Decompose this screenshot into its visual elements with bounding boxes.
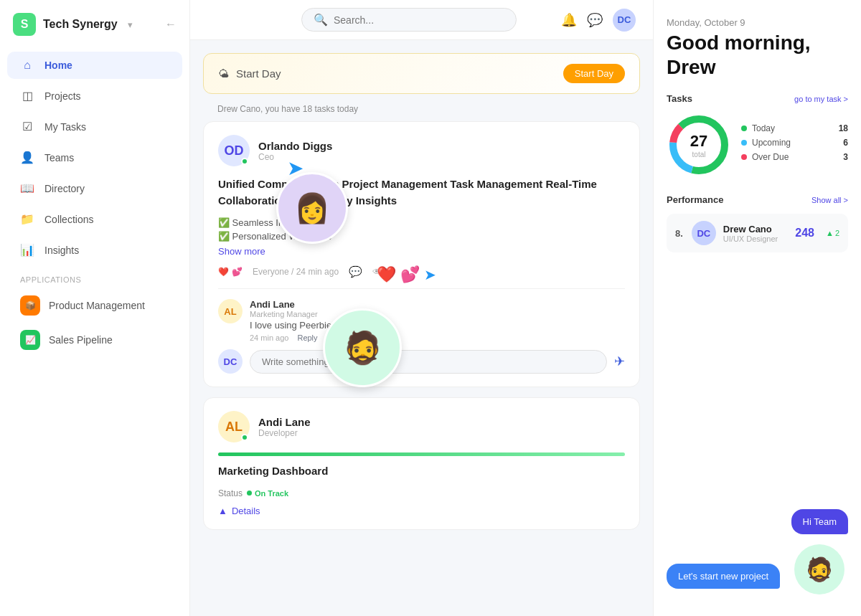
app-product-management-label: Product Management <box>49 300 145 311</box>
post-reactions-1: ❤️ 💕 <box>218 267 243 277</box>
legend-label-today: Today <box>752 123 834 133</box>
directory-icon: 📖 <box>20 181 34 195</box>
back-arrow-icon[interactable]: ← <box>165 18 177 31</box>
app-item-sales-pipeline[interactable]: 📈 Sales Pipeline <box>7 324 182 356</box>
details-row[interactable]: ▲ Details <box>218 506 625 516</box>
status-label: Status <box>218 488 243 498</box>
post-author-name-2: Andi Lane <box>258 416 311 428</box>
comment-input[interactable] <box>250 350 607 374</box>
sidebar-item-insights-label: Insights <box>44 245 79 256</box>
legend-label-upcoming: Upcoming <box>752 138 838 148</box>
sidebar-item-my-tasks[interactable]: ☑ My Tasks <box>7 113 182 141</box>
main-wrapper: 👩 🧔 ➤ ❤️ 💕 ➤ 🔍 🔔 💬 DC <box>190 0 861 616</box>
donut-area: 27 total Today 18 Upcoming 6 Over Due <box>667 113 848 177</box>
chat-user-face: 🧔 <box>794 544 844 594</box>
tasks-widget-header: Tasks go to my task > <box>667 93 848 104</box>
current-user-avatar: DC <box>218 349 243 374</box>
user-avatar[interactable]: DC <box>613 9 636 32</box>
product-management-icon: 📦 <box>20 295 40 316</box>
sidebar-item-projects-label: Projects <box>44 90 81 102</box>
collections-icon: 📁 <box>20 212 34 226</box>
greeting-text: Good morning, Drew <box>667 31 848 79</box>
legend-dot-overdue <box>741 154 747 160</box>
legend-item-today: Today 18 <box>741 123 848 133</box>
hearts-emoji: 💕 <box>400 265 420 283</box>
search-box[interactable]: 🔍 <box>301 8 517 32</box>
comment-icon[interactable]: 💬 <box>349 265 362 278</box>
notification-icon[interactable]: 🔔 <box>561 12 577 28</box>
sidebar-item-projects[interactable]: ◫ Projects <box>7 82 182 110</box>
start-day-button[interactable]: Start Day <box>563 64 625 83</box>
reaction-hearts: 💕 <box>232 267 243 277</box>
progress-bar-2 <box>218 452 625 456</box>
donut-total: 27 <box>690 132 707 151</box>
post-author-role-2: Developer <box>258 428 311 438</box>
chat-area: Hi Team Let's start new project 🧔 <box>667 495 848 599</box>
performance-title: Performance <box>667 194 723 205</box>
post-card-1: OD Orlando Diggs Ceo Unified Communicati… <box>203 121 640 387</box>
post-avatar-2: AL <box>218 411 250 442</box>
insights-icon: 📊 <box>20 243 34 257</box>
chat-row-1: Hi Team <box>667 509 848 540</box>
sidebar-item-home-label: Home <box>44 60 72 71</box>
sidebar-item-teams[interactable]: 👤 Teams <box>7 143 182 171</box>
donut-center: 27 total <box>690 132 707 158</box>
donut-sub-label: total <box>690 151 707 158</box>
details-label: Details <box>232 506 260 516</box>
go-to-task-link[interactable]: go to my task > <box>794 95 848 103</box>
sidebar-item-collections-label: Collections <box>44 214 93 225</box>
teams-icon: 👤 <box>20 151 34 164</box>
search-input[interactable] <box>334 14 504 26</box>
heart-emoji: ❤️ <box>377 265 396 283</box>
up-arrow-icon: ▲ <box>826 229 834 237</box>
perf-avatar: DC <box>692 221 716 245</box>
topbar-icons: 🔔 💬 DC <box>561 9 636 32</box>
brand-header: S Tech Synergy ▾ ← <box>0 13 189 50</box>
donut-legend: Today 18 Upcoming 6 Over Due 3 <box>741 123 848 166</box>
comment-time-1: 24 min ago <box>250 333 288 342</box>
send-comment-icon[interactable]: ✈ <box>614 354 625 369</box>
perf-change: ▲ 2 <box>826 229 839 237</box>
floating-avatar-1: 👩 <box>276 172 348 244</box>
comment-item-1: AL Andi Lane Marketing Manager I love us… <box>218 299 625 342</box>
main-content: 🔍 🔔 💬 DC 🌤 Start Day Start Day Drew Cano… <box>190 0 653 616</box>
legend-dot-today <box>741 125 747 131</box>
post-card-title-2: Marketing Dashboard <box>218 463 625 480</box>
start-day-subtitle: Drew Cano, you have 18 tasks today <box>203 104 640 121</box>
sidebar-item-directory[interactable]: 📖 Directory <box>7 174 182 202</box>
legend-count-overdue: 3 <box>843 152 848 162</box>
sidebar-item-home[interactable]: ⌂ Home <box>7 52 182 79</box>
comment-avatar-1: AL <box>218 299 243 323</box>
start-day-card: 🌤 Start Day Start Day <box>203 53 640 94</box>
sidebar-item-collections[interactable]: 📁 Collections <box>7 205 182 233</box>
message-icon[interactable]: 💬 <box>587 12 603 28</box>
sidebar: S Tech Synergy ▾ ← ⌂ Home ◫ Projects ☑ M… <box>0 0 190 616</box>
home-icon: ⌂ <box>20 59 34 72</box>
perf-name: Drew Cano <box>723 224 778 234</box>
show-all-link[interactable]: Show all > <box>811 196 848 204</box>
show-more-button-1[interactable]: Show more <box>218 246 625 257</box>
legend-label-overdue: Over Due <box>752 152 838 162</box>
performance-item: 8. DC Drew Cano UI/UX Designer 248 ▲ 2 <box>667 214 848 252</box>
sidebar-item-directory-label: Directory <box>44 183 85 194</box>
legend-count-upcoming: 6 <box>843 138 848 148</box>
chat-bubble-new-project: Let's start new project <box>667 564 780 589</box>
app-item-product-management[interactable]: 📦 Product Management <box>7 290 182 321</box>
chat-bubble-hi-team: Hi Team <box>791 509 848 534</box>
date-label: Monday, October 9 <box>667 17 848 28</box>
brand-chevron-icon[interactable]: ▾ <box>128 19 133 30</box>
app-sales-pipeline-label: Sales Pipeline <box>49 334 113 346</box>
search-icon: 🔍 <box>314 13 328 27</box>
comment-name-1: Andi Lane <box>250 299 350 310</box>
post-avatar-1: OD <box>218 135 250 166</box>
legend-count-today: 18 <box>839 123 848 133</box>
start-day-left: 🌤 Start Day <box>218 67 281 80</box>
post-author-name-1: Orlando Diggs <box>258 140 332 152</box>
reply-button[interactable]: Reply <box>297 333 317 342</box>
comment-role-1: Marketing Manager <box>250 310 350 318</box>
perf-role: UI/UX Designer <box>723 234 778 243</box>
sidebar-item-insights[interactable]: 📊 Insights <box>7 236 182 264</box>
avatar-initials-2: AL <box>225 420 243 435</box>
donut-chart: 27 total <box>667 113 731 177</box>
perf-rank: 8. <box>675 228 683 239</box>
